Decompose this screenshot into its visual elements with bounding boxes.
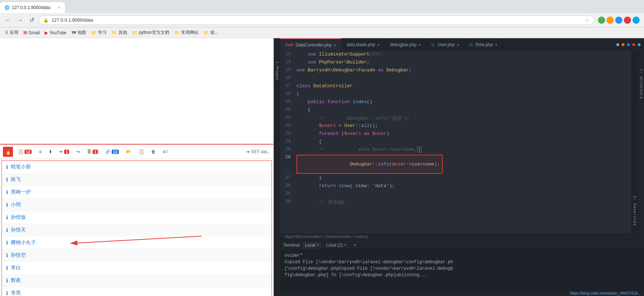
address-bar[interactable]: 🔒 127.0.0.1:8000/data ☆	[39, 16, 594, 25]
debugbar-tab-messages[interactable]: 📋 12	[16, 149, 34, 155]
terminal-tabs: Terminal: Local × Local (2) × +	[280, 240, 644, 250]
ide-tab-debugbar[interactable]: debugbar.php ×	[385, 38, 426, 51]
bookmark-label: 常用网站	[181, 30, 198, 36]
tab-close-icon[interactable]: ×	[344, 243, 346, 247]
mail-count: 12	[112, 150, 119, 154]
tab-close-icon[interactable]: ×	[334, 43, 336, 47]
debugbar-tab-timeline[interactable]: ≡	[37, 149, 44, 155]
back-button[interactable]: ←	[3, 16, 13, 25]
list-item: ℹ 路飞	[2, 173, 272, 186]
terminal-line: ovider"	[285, 252, 640, 259]
terminal-tab-local2[interactable]: Local (2) ×	[323, 242, 349, 248]
ide-tab-user[interactable]: G User.php ×	[426, 38, 465, 51]
terminal-tab-add[interactable]: +	[351, 242, 359, 248]
info-icon: ℹ	[6, 278, 8, 283]
debugbar-tab-delete[interactable]: 🗑	[149, 149, 158, 155]
list-item: ℹ 孙悟饭	[2, 211, 272, 224]
info-icon: ℹ	[6, 290, 8, 296]
code-line-16: 16	[280, 75, 644, 83]
user-name: 李白	[11, 265, 21, 271]
terminal-content: ovider" Copied File [\vendor\barryvdh\la…	[280, 250, 644, 290]
debugbar-tab-gate[interactable]: 📂	[124, 149, 134, 155]
ide-tab-role[interactable]: G Role.php ×	[465, 38, 503, 51]
bookmark-python[interactable]: 📁 python官方文档	[130, 29, 171, 36]
folder-icon-4: 📁	[174, 30, 180, 35]
browser-content	[0, 38, 273, 144]
terminal-line: Copied File [\vendor\barryvdh\laravel-de…	[285, 259, 640, 265]
google-icon-2: G	[470, 43, 473, 47]
ide-tab-datacontroller[interactable]: PHP DataController.php ×	[280, 38, 341, 51]
project-label: 1: Project	[275, 61, 279, 80]
user-name: 孙悟空	[11, 252, 26, 259]
debugbar-tab-tag[interactable]: 🏷	[161, 149, 169, 155]
browser-icon-4[interactable]: ●	[632, 41, 636, 48]
list-item: ℹ 孙悟空	[2, 249, 272, 262]
browser-icon-2[interactable]: ●	[621, 41, 625, 48]
browser-icon-1[interactable]: ●	[616, 41, 620, 48]
terminal-tab-local[interactable]: Local ×	[302, 242, 322, 248]
reload-button[interactable]: ↺	[27, 15, 36, 25]
tab-favicon: 🌐	[4, 5, 10, 10]
extension-icon-2[interactable]	[607, 17, 614, 24]
list-item: ℹ 蜡笔小新	[2, 161, 272, 173]
extension-icon-1[interactable]	[598, 17, 605, 24]
tab-label: User.php	[437, 42, 455, 47]
tab-bar: 🌐 127.0.0.1:8000/data ×	[0, 0, 644, 13]
tab-label: debugbar.php	[390, 42, 416, 47]
user-name: 李黑	[11, 290, 21, 296]
code-line-18: 18 {	[280, 90, 644, 98]
debugbar-tab-mail[interactable]: 🔗 12	[103, 149, 121, 155]
debugbar-tab-route[interactable]: ↪	[74, 149, 82, 155]
list-item: ℹ 李白	[2, 262, 272, 274]
extension-icon-5[interactable]	[632, 17, 640, 24]
debugbar-tab-session[interactable]: 📋	[137, 149, 146, 155]
star-icon[interactable]: ☆	[585, 17, 590, 23]
terminal-line: fig\debugbar.php] To [\config\debugbar.p…	[285, 272, 640, 278]
bookmark-youtube[interactable]: ▶ YouTube	[43, 30, 68, 36]
debugbar-tab-queries[interactable]: 🗄 1	[85, 149, 100, 155]
tag-icon: 🏷	[163, 149, 167, 154]
browser-tab-active[interactable]: 🌐 127.0.0.1:8000/data ×	[0, 2, 65, 13]
code-line-21: 21 // Debugbar::info('信息');	[280, 114, 644, 122]
ide-tab-dateblade[interactable]: data.blade.php ×	[341, 38, 385, 51]
browser-chrome: 🌐 127.0.0.1:8000/data × ← → ↺ 🔒 127.0.0.…	[0, 0, 644, 38]
queries-count: 1	[93, 150, 98, 154]
tab-close-icon[interactable]: ×	[377, 43, 380, 47]
browser-icon-5[interactable]: ●	[637, 41, 641, 48]
user-name: 孙悟饭	[11, 214, 26, 221]
user-name: 蜡笔小新	[11, 164, 31, 170]
debugbar-logo[interactable]: 🔥	[3, 147, 13, 157]
code-line-28: 28 return view( view: 'data');	[280, 182, 644, 190]
browser-icon-3[interactable]: ●	[626, 41, 630, 48]
folder-icon-2: 📁	[112, 30, 117, 35]
bookmark-study[interactable]: 📁 学习	[89, 29, 109, 36]
code-content: 13 use Illuminate\Support(Str, 14 use Ph…	[280, 51, 644, 233]
tab-close-icon[interactable]: ×	[495, 43, 497, 47]
bookmark-gmail[interactable]: M Gmail	[21, 30, 42, 36]
debugbar-method: ➜ GET dat...	[246, 149, 270, 154]
tab-close-icon[interactable]: ×	[457, 43, 459, 47]
tab-close-icon[interactable]: ×	[58, 5, 61, 10]
info-icon: ℹ	[6, 177, 8, 182]
bookmark-common[interactable]: 📁 常用网站	[172, 29, 201, 36]
messages-icon: 📋	[18, 149, 23, 154]
bookmark-apps[interactable]: ⠿ 应用	[3, 29, 21, 36]
bookmark-maps[interactable]: 🗺 地图	[70, 29, 88, 36]
code-line-13: 13 use Illuminate\Support(Str,	[280, 51, 644, 59]
tab-label: Local	[305, 243, 316, 248]
tab-close-icon[interactable]: ×	[419, 43, 421, 47]
delete-icon: 🗑	[151, 149, 156, 154]
bookmark-other[interactable]: 📁 其他	[109, 29, 129, 36]
debugbar-tab-exceptions[interactable]: ⬆	[46, 149, 54, 155]
extension-icon-4[interactable]	[624, 17, 631, 24]
debugbar-tab-views[interactable]: ✏ 1	[57, 149, 71, 155]
views-count: 1	[64, 150, 69, 154]
debugbar-content: ℹ 蜡笔小新 ℹ 路飞 ℹ 黑崎一护 ℹ 小明	[0, 159, 273, 296]
debugbar-tabs: 🔥 📋 12 ≡ ⬆ ✏ 1 ↪	[0, 145, 273, 159]
bookmark-front[interactable]: 📁 前...	[201, 29, 220, 36]
forward-button[interactable]: →	[15, 16, 25, 25]
code-line-30: 30 // 原生SQL	[280, 198, 644, 206]
extension-icon-3[interactable]	[615, 17, 622, 24]
tab-close-icon[interactable]: ×	[317, 243, 319, 247]
code-line-19: 19 public function index()	[280, 98, 644, 106]
